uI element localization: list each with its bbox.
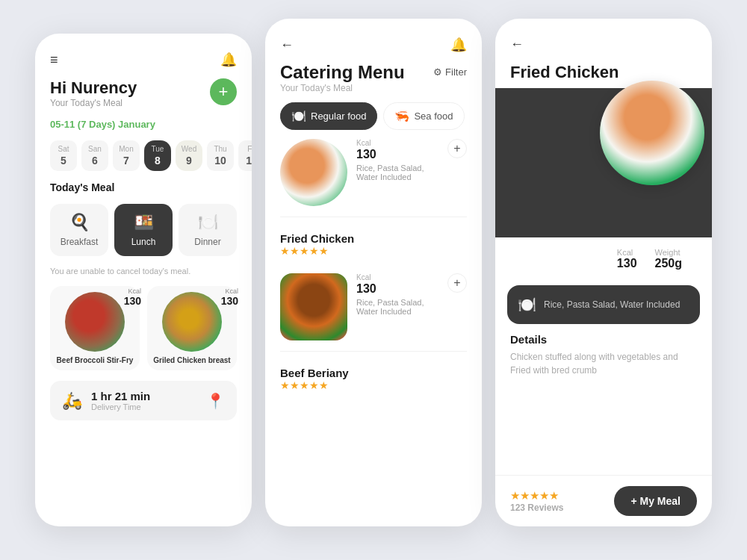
cal-day-name: Sat (58, 145, 69, 153)
cal-day-num: 8 (155, 155, 161, 167)
beef-broccoli-image (65, 292, 125, 352)
back-arrow-2[interactable]: ← (280, 37, 294, 53)
cal-day-wed[interactable]: Wed 9 (176, 140, 202, 171)
meal-card-1[interactable]: Kcal130 Beef Broccoli Stir-Fry (50, 286, 140, 370)
details-section: Details Chicken stuffed along with veget… (495, 333, 712, 467)
nutrition-section: Kcal 130 Weight 250g (602, 248, 697, 279)
bell-icon-1[interactable]: 🔔 (220, 52, 237, 68)
topbar-2: ← 🔔 (280, 37, 467, 53)
cal-day-name: Tue (152, 145, 164, 153)
meal-type-dinner[interactable]: 🍽️ Dinner (179, 204, 237, 256)
sea-food-label: Sea food (414, 111, 453, 122)
info-card: 🍽️ Rice, Pasta Salad, Water Included (507, 285, 700, 324)
lunch-label: Lunch (131, 237, 156, 247)
calendar-week: Sat 5 San 6 Mon 7 Tue 8 Wed 9 Thu 10 Fri… (50, 140, 237, 171)
add-beef-beriany-button[interactable]: + (447, 273, 467, 293)
filter-btn[interactable]: ⚙ Filter (433, 66, 467, 78)
beef-beriany-desc: Rice, Pasta Salad, Water Included (356, 298, 438, 316)
meal-cards-list: Kcal130 Beef Broccoli Stir-Fry Kcal130 G… (50, 286, 237, 370)
cal-day-name: Mon (119, 145, 133, 153)
kcal-label: Kcal (617, 248, 637, 257)
cal-day-thu[interactable]: Thu 10 (207, 140, 234, 171)
cal-day-mon[interactable]: Mon 7 (113, 140, 140, 171)
fried-chicken-footer: Fried Chicken ★★★★★ (280, 226, 467, 264)
breakfast-icon: 🍳 (69, 213, 90, 232)
catering-title: Catering Menu (280, 62, 405, 83)
delivery-label: Delivery Time (91, 402, 150, 411)
delivery-vehicle-icon: 🛵 (62, 391, 82, 411)
cal-day-name: Wed (182, 145, 196, 153)
filter-icon: ⚙ (433, 66, 442, 78)
add-fried-chicken-button[interactable]: + (447, 139, 467, 158)
back-arrow-3[interactable]: ← (510, 37, 524, 52)
cal-day-san[interactable]: San 6 (81, 140, 108, 171)
weight-nutrition: Weight 250g (655, 248, 682, 270)
fried-chicken-desc: Rice, Pasta Salad, Water Included (356, 164, 438, 181)
category-tabs: 🍽️ Regular food 🦐 Sea food 🍕 Fast f (280, 102, 467, 130)
cal-day-num: 7 (123, 155, 129, 167)
menu-icon[interactable]: ≡ (50, 52, 58, 68)
filter-label: Filter (445, 66, 467, 78)
todays-meal-title: Today's Meal (50, 181, 237, 193)
catering-subtitle: Your Today's Meal (280, 83, 405, 93)
cal-day-name: Thu (214, 145, 226, 153)
kcal-badge-1: Kcal130 (124, 287, 141, 307)
cal-day-name: Fri (247, 145, 252, 153)
beef-beriany-image (280, 273, 347, 340)
location-icon[interactable]: 📍 (206, 392, 225, 410)
fried-chicken-plate-image (600, 81, 704, 185)
tab-sea-food[interactable]: 🦐 Sea food (383, 102, 464, 130)
meal-type-breakfast[interactable]: 🍳 Breakfast (50, 204, 108, 256)
cal-day-name: San (88, 145, 102, 153)
cal-day-num: 6 (92, 155, 98, 167)
reviews-section: ★★★★★ 123 Reviews (510, 489, 563, 513)
tab-regular-food[interactable]: 🍽️ Regular food (280, 102, 377, 130)
lunch-icon: 🍱 (134, 213, 154, 232)
sea-food-icon: 🦐 (394, 109, 409, 123)
fried-chicken-kcal-value: 130 (356, 147, 438, 161)
beef-beriany-info: Kcal130 Rice, Pasta Salad, Water Include… (356, 273, 438, 316)
beef-beriany-name: Beef Beriany (280, 367, 467, 379)
my-meal-button[interactable]: + My Meal (614, 486, 697, 516)
meal-type-lunch[interactable]: 🍱 Lunch (114, 204, 173, 256)
cal-day-num: 10 (214, 155, 226, 167)
cal-day-tue[interactable]: Tue 8 (144, 140, 171, 171)
phone-screen-3: ← Fried Chicken Kcal 130 Weight 250g 🍽️ … (495, 19, 712, 526)
kcal-value: 130 (617, 257, 637, 270)
regular-food-icon: 🍽️ (291, 109, 306, 123)
menu-item-beef-beriany: Kcal130 Rice, Pasta Salad, Water Include… (280, 273, 467, 352)
info-card-icon: 🍽️ (518, 296, 536, 314)
fried-chicken-image-sm (280, 139, 347, 206)
meal-card-2-name: Griled Chicken breast (153, 356, 231, 364)
catering-title-section: Catering Menu Your Today's Meal (280, 62, 405, 93)
fried-chicken-info: Kcal130 Rice, Pasta Salad, Water Include… (356, 139, 438, 181)
dinner-icon: 🍽️ (198, 213, 218, 232)
info-card-text: Rice, Pasta Salad, Water Included (544, 299, 680, 310)
cal-day-fri[interactable]: Fri 11 (238, 140, 252, 171)
fried-chicken-name: Fried Chicken (280, 232, 467, 245)
delivery-time: 1 hr 21 min (91, 390, 150, 402)
cancel-notice: You are unable to cancel today's meal. (50, 267, 237, 276)
add-button[interactable]: + (210, 78, 237, 105)
beef-beriany-kcal-value: 130 (356, 281, 438, 296)
meal-card-2[interactable]: Kcal130 Griled Chicken breast (147, 286, 237, 370)
delivery-info: 🛵 1 hr 21 min Delivery Time 📍 (50, 381, 237, 420)
cal-day-num: 9 (186, 155, 192, 167)
header-3: ← (495, 19, 712, 52)
regular-food-label: Regular food (311, 111, 366, 122)
details-text: Chicken stuffed along with vegetables an… (510, 350, 697, 377)
greeting-section: Hi Nurency Your Today's Meal + (50, 78, 237, 108)
breakfast-label: Breakfast (61, 237, 99, 247)
beef-beriany-stars: ★★★★★ (280, 379, 467, 391)
weight-value: 250g (655, 257, 682, 270)
greeting-title: Hi Nurency (50, 78, 137, 98)
fried-chicken-stars: ★★★★★ (280, 245, 467, 257)
menu-item-fried-chicken: Kcal130 Rice, Pasta Salad, Water Include… (280, 139, 467, 217)
beef-beriany-kcal: Kcal130 (356, 273, 438, 296)
phone-screen-1: ≡ 🔔 Hi Nurency Your Today's Meal + 05-11… (35, 34, 252, 526)
bell-icon-2[interactable]: 🔔 (450, 37, 467, 53)
phone-screen-2: ← 🔔 Catering Menu Your Today's Meal ⚙ Fi… (265, 19, 482, 526)
greeting-subtitle: Your Today's Meal (50, 98, 137, 108)
cal-day-sat[interactable]: Sat 5 (50, 140, 77, 171)
grilled-chicken-image (162, 292, 222, 352)
